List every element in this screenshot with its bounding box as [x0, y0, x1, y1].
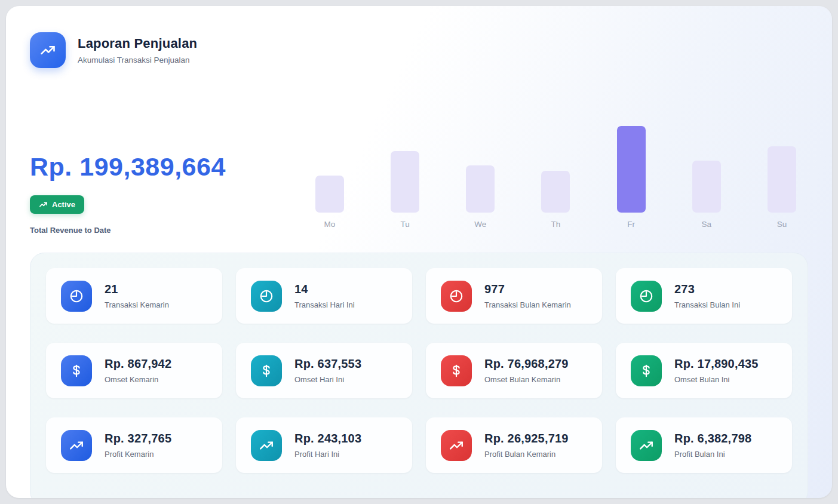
bar-column [391, 151, 419, 213]
stat-label: Profit Bulan Ini [674, 450, 751, 459]
clock-icon [631, 281, 662, 312]
dollar-icon [441, 355, 472, 386]
bar-column [541, 171, 570, 213]
stats-panel: 21Transaksi Kemarin14Transaksi Hari Ini9… [30, 253, 808, 498]
stat-card: 977Transaksi Bulan Kemarin [426, 268, 602, 324]
stat-value: Rp. 327,765 [105, 432, 171, 445]
stat-text: Rp. 637,553Omset Hari Ini [294, 357, 361, 384]
stat-card: Rp. 243,103Profit Hari Ini [236, 417, 412, 473]
stat-text: 14Transaksi Hari Ini [294, 282, 355, 309]
bar-column [466, 165, 495, 213]
bar-label: Sa [692, 220, 721, 229]
bar-highlighted [617, 126, 646, 213]
stat-value: Rp. 867,942 [105, 357, 171, 371]
stat-value: Rp. 243,103 [294, 432, 361, 445]
page-title: Laporan Penjualan [78, 36, 197, 51]
weekly-bar-chart: MoTuWeThFrSaSu [315, 125, 796, 229]
stat-card: Rp. 867,942Omset Kemarin [46, 343, 222, 398]
bar-label: Tu [391, 220, 419, 229]
stat-text: Rp. 327,765Profit Kemarin [105, 432, 171, 459]
stats-grid: 21Transaksi Kemarin14Transaksi Hari Ini9… [46, 268, 792, 473]
bar-label: Th [541, 220, 570, 229]
stat-card: Rp. 327,765Profit Kemarin [46, 417, 222, 473]
stat-text: Rp. 6,382,798Profit Bulan Ini [674, 432, 751, 459]
bar-column [617, 126, 646, 213]
stat-card: Rp. 17,890,435Omset Bulan Ini [616, 343, 792, 398]
bar-label: We [466, 220, 495, 229]
revenue-caption: Total Revenue to Date [30, 226, 315, 235]
stat-card: 14Transaksi Hari Ini [236, 268, 412, 324]
stat-label: Transaksi Bulan Ini [674, 300, 740, 309]
stat-label: Profit Hari Ini [294, 450, 361, 459]
stat-value: 14 [294, 282, 355, 296]
stat-card: 273Transaksi Bulan Ini [616, 268, 792, 324]
stat-text: 273Transaksi Bulan Ini [674, 282, 740, 309]
clock-icon [251, 281, 282, 312]
chart-bars [315, 125, 796, 213]
trending-up-icon [441, 430, 472, 461]
stat-text: Rp. 17,890,435Omset Bulan Ini [674, 357, 759, 384]
stat-label: Omset Bulan Ini [674, 375, 759, 384]
bar-column [768, 146, 796, 213]
stat-label: Transaksi Bulan Kemarin [484, 300, 571, 309]
bar [391, 151, 419, 213]
stat-value: 273 [674, 282, 740, 296]
bar-label: Fr [617, 220, 646, 229]
stat-card: Rp. 637,553Omset Hari Ini [236, 343, 412, 398]
stat-card: 21Transaksi Kemarin [46, 268, 222, 324]
stat-value: Rp. 26,925,719 [484, 432, 569, 445]
bar-column [692, 161, 721, 213]
stat-label: Omset Kemarin [105, 375, 171, 384]
stat-text: Rp. 26,925,719Profit Bulan Kemarin [484, 432, 569, 459]
stat-label: Profit Kemarin [105, 450, 171, 459]
bar [541, 171, 570, 213]
header: Laporan Penjualan Akumulasi Transaksi Pe… [6, 6, 832, 68]
hero-section: Rp. 199,389,664 Active Total Revenue to … [6, 125, 832, 235]
active-status-badge[interactable]: Active [30, 195, 84, 214]
stat-value: Rp. 17,890,435 [674, 357, 759, 371]
clock-icon [441, 281, 472, 312]
stat-label: Omset Hari Ini [294, 375, 361, 384]
bar-label: Su [768, 220, 796, 229]
trending-up-icon [251, 430, 282, 461]
stat-value: Rp. 637,553 [294, 357, 361, 371]
stat-card: Rp. 26,925,719Profit Bulan Kemarin [426, 417, 602, 473]
bar [466, 165, 495, 213]
stat-text: Rp. 76,968,279Omset Bulan Kemarin [484, 357, 569, 384]
active-badge-label: Active [52, 200, 75, 209]
stat-card: Rp. 76,968,279Omset Bulan Kemarin [426, 343, 602, 398]
stat-value: 21 [105, 282, 169, 296]
stat-label: Profit Bulan Kemarin [484, 450, 569, 459]
dollar-icon [251, 355, 282, 386]
stat-label: Transaksi Kemarin [105, 300, 169, 309]
dollar-icon [61, 355, 92, 386]
trending-up-icon [39, 200, 48, 209]
revenue-summary: Rp. 199,389,664 Active Total Revenue to … [6, 152, 315, 235]
stat-card: Rp. 6,382,798Profit Bulan Ini [616, 417, 792, 473]
stat-text: Rp. 243,103Profit Hari Ini [294, 432, 361, 459]
stat-text: 977Transaksi Bulan Kemarin [484, 282, 571, 309]
header-text: Laporan Penjualan Akumulasi Transaksi Pe… [78, 36, 197, 64]
trending-up-icon [61, 430, 92, 461]
page-subtitle: Akumulasi Transaksi Penjualan [78, 56, 197, 64]
bar-label: Mo [315, 220, 344, 229]
chart-axis-labels: MoTuWeThFrSaSu [315, 220, 796, 229]
bar [692, 161, 721, 213]
bar [768, 146, 796, 213]
stat-label: Transaksi Hari Ini [294, 300, 355, 309]
clock-icon [61, 281, 92, 312]
trending-up-icon [631, 430, 662, 461]
total-revenue-value: Rp. 199,389,664 [30, 152, 315, 182]
bar-column [315, 176, 344, 213]
dollar-icon [631, 355, 662, 386]
stat-value: 977 [484, 282, 571, 296]
stat-label: Omset Bulan Kemarin [484, 375, 569, 384]
stat-value: Rp. 6,382,798 [674, 432, 751, 445]
stat-value: Rp. 76,968,279 [484, 357, 569, 371]
bar [315, 176, 344, 213]
trending-up-icon [30, 32, 66, 68]
stat-text: 21Transaksi Kemarin [105, 282, 169, 309]
sales-report-card: Laporan Penjualan Akumulasi Transaksi Pe… [6, 6, 832, 498]
stat-text: Rp. 867,942Omset Kemarin [105, 357, 171, 384]
